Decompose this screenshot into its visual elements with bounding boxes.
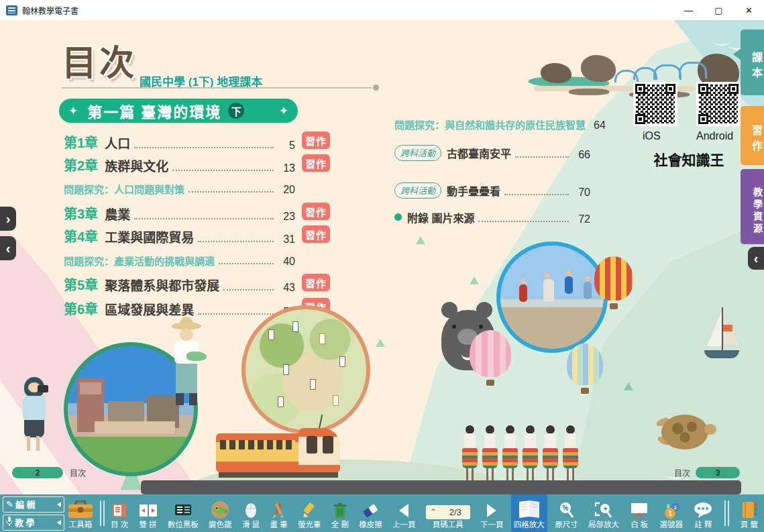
page-number: 43 <box>278 282 295 294</box>
toc-entry-topic3[interactable]: 問題探究：與自然和諧共存的原住民族智慧 64 <box>394 114 590 131</box>
minimize-button[interactable]: — <box>673 0 704 20</box>
chapter-label: 第2章 <box>64 155 98 174</box>
footer-right: 目次 3 <box>674 467 740 478</box>
eraser-button[interactable]: 橡皮擦 <box>356 494 385 532</box>
whiteboard-button[interactable]: 白 板 <box>626 494 652 532</box>
footer-left: 2 目次 <box>12 467 86 478</box>
tool-label: 橡皮擦 <box>359 521 382 529</box>
toc-entry-activity1[interactable]: 跨科活動 古都臺南安平 66 <box>394 142 590 161</box>
tab-teaching-resources[interactable]: 教學資源 <box>741 169 764 244</box>
dotted-leader <box>478 221 569 222</box>
tab-textbook[interactable]: 課本 <box>741 30 764 95</box>
mouse-button[interactable]: 滑 鼠 <box>239 494 262 532</box>
tool-label: 數位黑板 <box>168 521 199 529</box>
tool-label: 上一頁 <box>392 521 416 529</box>
dual-page-button[interactable]: 雙 拼 <box>136 494 160 532</box>
region-zoom-button[interactable]: 局部放大 <box>586 494 622 532</box>
number-picker-button[interactable]: 321 選號器 <box>657 494 686 532</box>
chevron-right-icon: › <box>6 211 11 227</box>
svg-text:2: 2 <box>674 504 677 511</box>
section-banner-text: 第一篇 臺灣的環境 <box>87 100 221 121</box>
svg-text:%: % <box>563 504 569 512</box>
app-title: 翰林教學電子書 <box>22 5 78 16</box>
teach-mode-button[interactable]: 教 學 <box>3 515 64 531</box>
tool-label: 工具箱 <box>69 521 93 529</box>
page-number-input[interactable]: ⌃ <box>426 505 470 519</box>
chapter-label: 第1章 <box>64 132 98 152</box>
chameleon-icon <box>211 500 229 519</box>
window-controls: — ▢ ✕ <box>673 0 764 20</box>
divider-dot <box>373 85 379 91</box>
chevron-up-icon[interactable]: ⌃ <box>430 507 437 517</box>
highlighter-button[interactable]: 螢光筆 <box>295 494 324 532</box>
toc-entry-activity2[interactable]: 跨科活動 動手疊疊看 70 <box>394 180 590 199</box>
dotted-leader <box>515 156 569 158</box>
collapse-left-panel-button[interactable]: ‹ <box>0 236 16 260</box>
tool-label: 變色龍 <box>209 521 232 529</box>
chapter-label: 第5章 <box>64 274 98 294</box>
toc-entry-ch5[interactable]: 第5章 聚落體系與都市發展 43 <box>64 275 295 294</box>
footer-label: 目次 <box>674 467 690 478</box>
qr-label-android: Android <box>696 130 733 142</box>
maximize-button[interactable]: ▢ <box>704 0 734 20</box>
workbook-badge[interactable]: 習作 <box>302 154 330 172</box>
dual-page-icon <box>139 500 158 519</box>
tab-label: 課本 <box>748 52 764 83</box>
prev-page-icon <box>396 500 411 519</box>
activity-tag: 跨科活動 <box>394 145 441 161</box>
page-number-tool[interactable]: ⌃ 頁碼工具 <box>423 494 473 532</box>
toc-entry-appendix[interactable]: 附錄 圖片來源 72 <box>394 208 590 225</box>
quad-zoom-button[interactable]: 四格放大 <box>511 494 547 532</box>
prev-page-button[interactable]: 上一頁 <box>390 494 419 532</box>
edit-mode-button[interactable]: ✎ 編 輯 <box>3 496 64 513</box>
toc-entry-ch4[interactable]: 第4章 工業與國際貿易 31 <box>64 227 295 246</box>
tab-workbook[interactable]: 習作 <box>741 106 764 165</box>
workbook-badge[interactable]: 習作 <box>302 131 330 149</box>
toc-entry-ch6[interactable]: 第6章 區域發展與差異 51 <box>64 299 295 318</box>
workbook-badge[interactable]: 習作 <box>302 225 330 243</box>
toc-entry-ch2[interactable]: 第2章 族群與文化 13 <box>64 156 295 174</box>
bottom-toolbar: ✎ 編 輯 教 學 工具箱 <box>0 494 764 532</box>
bookmark-button[interactable]: 頁 籤 <box>737 494 761 532</box>
tool-label: 頁 籤 <box>741 521 758 529</box>
sparkle-icon: ✦ <box>279 104 288 118</box>
blackboard-icon <box>174 500 193 519</box>
volume-badge: 下 <box>228 103 244 119</box>
hot-air-balloon-pink <box>470 330 511 386</box>
original-size-button[interactable]: % 原尺寸 <box>552 494 581 532</box>
toc-button[interactable]: 目 次 <box>108 494 131 532</box>
book-spread: 目次 國民中學 (1下) 地理課本 ✦ 第一篇 臺灣的環境 下 ✦ 第1章 人口… <box>0 20 764 494</box>
expand-left-panel-button[interactable]: › <box>0 207 16 231</box>
toc-icon <box>111 500 128 519</box>
annotation-button[interactable]: 註 釋 <box>690 494 716 532</box>
toc-entry-ch3[interactable]: 第3章 農業 23 <box>64 204 295 223</box>
workbook-badge[interactable]: 習作 <box>302 274 330 291</box>
activity-title: 古都臺南安平 <box>447 145 511 161</box>
workbook-badge[interactable]: 習作 <box>302 203 330 220</box>
page-number: 31 <box>278 233 295 246</box>
chevron-left-icon: ‹ <box>6 241 11 256</box>
next-page-button[interactable]: 下一頁 <box>478 494 506 532</box>
close-button[interactable]: ✕ <box>734 0 764 20</box>
digital-blackboard-button[interactable]: 數位黑板 <box>165 494 201 532</box>
dotted-leader <box>134 147 274 148</box>
whiteboard-icon <box>629 500 649 519</box>
toolbox-button[interactable]: 工具箱 <box>64 494 97 532</box>
pen-button[interactable]: 畫 筆 <box>267 494 290 532</box>
hot-air-balloon-red <box>594 256 633 309</box>
triangle-left-icon <box>57 520 61 525</box>
chameleon-button[interactable]: 變色龍 <box>206 494 235 532</box>
delete-all-button[interactable]: 全 刪 <box>329 494 351 532</box>
page-indicator-value[interactable] <box>441 507 470 518</box>
tool-label: 四格放大 <box>514 521 545 529</box>
toc-entry-ch1[interactable]: 第1章 人口 5 <box>64 133 295 152</box>
dotted-leader <box>188 191 274 193</box>
titlebar: 翰林教學電子書 — ▢ ✕ <box>0 0 764 20</box>
page-number: 66 <box>573 149 590 161</box>
toc-entry-topic1[interactable]: 問題探究：人口問題與對策 20 <box>64 180 295 196</box>
collapse-right-panel-button[interactable]: ‹ <box>748 247 764 270</box>
page-pill: 2 <box>12 467 63 478</box>
number-picker-icon: 321 <box>662 500 681 519</box>
chapter-title: 農業 <box>105 205 130 223</box>
toc-entry-topic2[interactable]: 問題探究：產業活動的挑戰與調適 40 <box>64 252 295 268</box>
